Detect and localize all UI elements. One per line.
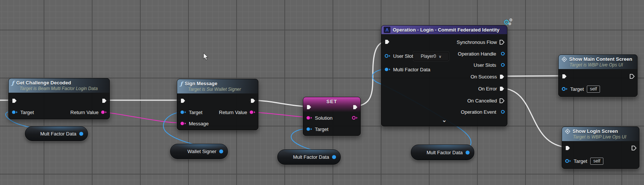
set-target-pin[interactable]: Target bbox=[306, 126, 328, 132]
node-set-variable[interactable]: SET Solution Target bbox=[303, 97, 361, 136]
operation-handle-pin[interactable]: Operation Handle bbox=[458, 51, 505, 57]
exec-pin-icon bbox=[499, 86, 505, 92]
exec-out-pin[interactable] bbox=[352, 104, 358, 110]
node-show-login-screen[interactable]: Show Login Screen Target is WBP Live Ops… bbox=[562, 126, 639, 169]
on-cancelled-pin[interactable]: On Cancelled bbox=[467, 98, 505, 104]
object-pin-icon[interactable] bbox=[79, 131, 84, 136]
exec-pin-icon bbox=[565, 145, 571, 151]
on-success-pin[interactable]: On Success bbox=[471, 74, 505, 80]
async-task-gear-icon: ⚙ ⚙ ⚙ bbox=[503, 19, 515, 29]
exec-pin-icon bbox=[499, 74, 505, 80]
user-slot-dropdown[interactable]: Player0 ∨ bbox=[413, 52, 449, 61]
wire-exec-on-error-to-show-login[interactable] bbox=[503, 88, 568, 147]
pin-label: On Success bbox=[471, 74, 497, 80]
object-pin-hollow-icon bbox=[565, 159, 571, 163]
pin-label: Message bbox=[189, 121, 209, 126]
target-self-value[interactable]: self bbox=[587, 86, 600, 93]
variable-pill-mult-factor-data-3[interactable]: Mult Factor Data bbox=[411, 144, 474, 160]
user-slot-pin[interactable]: User Slot bbox=[384, 53, 413, 59]
pin-label: Return Value bbox=[70, 110, 99, 115]
target-self-value[interactable]: self bbox=[590, 158, 603, 165]
node-header[interactable]: Show Main Content Screen Target is WBP L… bbox=[559, 55, 637, 69]
message-pin[interactable]: Message bbox=[180, 120, 209, 126]
wire-exec-sign-message-to-set[interactable] bbox=[250, 100, 309, 107]
node-header[interactable]: Show Login Screen Target is WBP Live Ops… bbox=[562, 127, 639, 141]
struct-pin-icon bbox=[249, 110, 256, 114]
pin-label: Synchronous Flow bbox=[457, 39, 497, 45]
blueprint-graph-canvas[interactable]: ƒ Get Challenge Decoded Target is Beam M… bbox=[0, 0, 644, 185]
exec-pin-hollow-icon bbox=[499, 39, 505, 45]
node-title: Get Challenge Decoded bbox=[16, 80, 71, 86]
target-pin[interactable]: Target bbox=[180, 109, 202, 115]
node-title: Show Main Content Screen bbox=[569, 56, 632, 62]
pin-label: Target bbox=[570, 86, 584, 92]
exec-pin-hollow-icon bbox=[629, 74, 635, 79]
exec-pin-icon bbox=[384, 39, 390, 45]
variable-pill-wallet-signer[interactable]: Wallet Signer bbox=[170, 144, 228, 159]
wire-return-value-to-message[interactable] bbox=[102, 112, 184, 123]
target-pin[interactable]: Target self bbox=[565, 158, 603, 164]
variable-label: Mult Factor Data bbox=[293, 154, 329, 160]
exec-pin-hollow-icon bbox=[631, 145, 637, 151]
target-pin[interactable]: Target bbox=[12, 109, 34, 115]
exec-in-pin[interactable] bbox=[180, 98, 186, 104]
object-pin-hollow-icon bbox=[498, 51, 505, 56]
synchronous-flow-pin[interactable]: Synchronous Flow bbox=[457, 39, 505, 45]
node-subtitle: Target is Sui Wallet Signer bbox=[188, 87, 254, 92]
set-output-pin[interactable] bbox=[352, 115, 358, 121]
pin-label: Operation Handle bbox=[458, 51, 496, 57]
node-show-main-content-screen[interactable]: Show Main Content Screen Target is WBP L… bbox=[558, 54, 638, 97]
exec-out-pin[interactable] bbox=[629, 73, 635, 79]
pin-label: Target bbox=[315, 126, 328, 132]
expand-node-chevron[interactable]: ⌄ bbox=[381, 118, 507, 122]
exec-in-pin[interactable] bbox=[12, 98, 17, 104]
node-sign-message[interactable]: ƒ Sign Message Target is Sui Wallet Sign… bbox=[177, 79, 258, 130]
exec-in-pin[interactable] bbox=[565, 145, 571, 151]
exec-out-pin[interactable] bbox=[631, 145, 637, 151]
object-pin-icon[interactable] bbox=[465, 150, 470, 155]
variable-pill-mult-factor-data-1[interactable]: Mult Factor Data bbox=[25, 126, 88, 141]
node-get-challenge-decoded[interactable]: ƒ Get Challenge Decoded Target is Beam M… bbox=[8, 78, 110, 119]
struct-pin-icon bbox=[101, 110, 107, 114]
gear-small-icon: ⚙ bbox=[508, 22, 512, 26]
node-subtitle: Target is Beam Multi Factor Login Data bbox=[20, 86, 106, 91]
node-header[interactable]: ƒ Sign Message Target is Sui Wallet Sign… bbox=[177, 79, 258, 93]
mouse-cursor bbox=[203, 53, 209, 62]
solution-pin[interactable]: Solution bbox=[306, 115, 333, 121]
operation-event-pin[interactable]: Operation Event bbox=[461, 109, 505, 115]
call-function-diamond-icon bbox=[562, 57, 567, 62]
return-value-pin[interactable]: Return Value bbox=[219, 109, 256, 115]
node-header[interactable]: Λ Operation - Login - Commit Federated I… bbox=[381, 26, 507, 34]
pin-label: Multi Factor Data bbox=[393, 67, 430, 72]
pin-label: Target bbox=[574, 158, 587, 164]
node-operation-login-commit-federated-identity[interactable]: Λ Operation - Login - Commit Federated I… bbox=[381, 25, 507, 126]
exec-out-pin[interactable] bbox=[102, 98, 107, 104]
object-pin-icon bbox=[180, 110, 187, 114]
object-pin-icon[interactable] bbox=[332, 155, 337, 159]
object-pin-icon bbox=[12, 110, 18, 114]
object-pin-hollow-icon bbox=[384, 54, 391, 58]
on-error-pin[interactable]: On Error bbox=[478, 86, 505, 92]
variable-pill-mult-factor-data-2[interactable]: Mult Factor Data bbox=[277, 149, 341, 165]
exec-pin-icon bbox=[352, 104, 358, 110]
exec-out-pin[interactable] bbox=[250, 98, 256, 104]
pin-label: On Error bbox=[478, 86, 497, 92]
user-slots-pin[interactable]: User Slots bbox=[474, 62, 505, 68]
pin-label: Solution bbox=[315, 115, 333, 121]
variable-label: Wallet Signer bbox=[187, 149, 216, 154]
object-pin-hollow-icon bbox=[498, 63, 505, 67]
exec-in-pin[interactable] bbox=[562, 73, 567, 79]
node-header[interactable]: ƒ Get Challenge Decoded Target is Beam M… bbox=[9, 78, 109, 93]
variable-label: Mult Factor Data bbox=[427, 150, 463, 155]
return-value-pin[interactable]: Return Value bbox=[70, 109, 107, 115]
function-icon: ƒ bbox=[180, 81, 182, 86]
exec-pin-icon bbox=[12, 98, 17, 104]
exec-in-pin[interactable] bbox=[306, 104, 312, 110]
exec-in-pin[interactable] bbox=[384, 39, 390, 45]
node-title: Operation - Login - Commit Federated Ide… bbox=[393, 27, 500, 33]
wire-exec-on-success-to-show-main[interactable] bbox=[503, 76, 562, 76]
multi-factor-data-pin[interactable]: Multi Factor Data bbox=[384, 66, 430, 72]
object-pin-icon[interactable] bbox=[219, 149, 224, 154]
target-pin[interactable]: Target self bbox=[562, 86, 600, 92]
exec-pin-icon bbox=[306, 104, 312, 110]
